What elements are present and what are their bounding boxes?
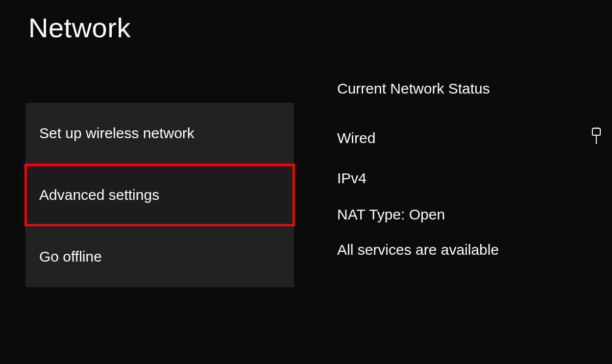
svg-rect-0 bbox=[592, 128, 600, 135]
menu-item-setup-wireless[interactable]: Set up wireless network bbox=[25, 103, 294, 164]
menu-item-label: Advanced settings bbox=[39, 187, 159, 203]
network-menu: Set up wireless network Advanced setting… bbox=[25, 103, 294, 288]
ethernet-icon bbox=[591, 127, 602, 148]
status-heading: Current Network Status bbox=[337, 80, 602, 97]
menu-item-label: Go offline bbox=[39, 248, 102, 265]
status-nat-type: NAT Type: Open bbox=[337, 206, 602, 223]
status-services: All services are available bbox=[337, 242, 602, 258]
status-connection-type: Wired bbox=[337, 130, 375, 146]
menu-item-label: Set up wireless network bbox=[39, 125, 195, 142]
status-ip-version: IPv4 bbox=[337, 170, 602, 187]
menu-item-advanced-settings[interactable]: Advanced settings bbox=[25, 165, 294, 225]
page-title: Network bbox=[28, 12, 131, 44]
network-status-panel: Current Network Status Wired IPv4 NAT Ty… bbox=[337, 80, 602, 258]
menu-item-go-offline[interactable]: Go offline bbox=[25, 226, 294, 287]
